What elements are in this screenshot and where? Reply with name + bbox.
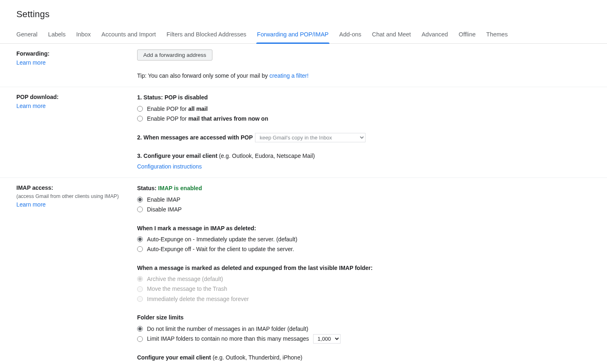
imap-archive-radio-input [137, 276, 143, 282]
imap-expunge-on-label: Auto-Expunge on - Immediately update the… [147, 235, 297, 244]
imap-limit-radio[interactable]: Limit IMAP folders to contain no more th… [137, 334, 591, 344]
pop-configure-label: 3. Configure your email client [137, 153, 219, 159]
imap-trash-radio-input [137, 286, 143, 292]
section-imap: IMAP access: (access Gmail from other cl… [0, 178, 607, 364]
imap-learn-more-link[interactable]: Learn more [16, 201, 46, 208]
imap-enable-radio-input[interactable] [137, 197, 143, 202]
add-forwarding-button[interactable]: Add a forwarding address [137, 49, 212, 61]
pop-when-header: 2. When messages are accessed with POP [137, 133, 253, 142]
imap-configure-eg: (e.g. Outlook, Thunderbird, iPhone) [212, 354, 302, 361]
pop-title: POP download: [16, 93, 129, 102]
pop-enable-all-radio-input[interactable] [137, 106, 143, 112]
imap-enable-radio[interactable]: Enable IMAP [137, 195, 591, 204]
imap-delete-forever-label: Immediately delete the message forever [147, 294, 249, 303]
imap-folder-size-header: Folder size limits [137, 313, 591, 322]
imap-expunge-off-radio[interactable]: Auto-Expunge off - Wait for the client t… [137, 244, 591, 254]
imap-no-limit-radio[interactable]: Do not limit the number of messages in a… [137, 324, 591, 334]
pop-learn-more-link[interactable]: Learn more [16, 103, 46, 109]
pop-action-select[interactable]: keep Gmail's copy in the Inbox [255, 133, 366, 142]
tab-inbox[interactable]: Inbox [76, 27, 90, 43]
imap-no-limit-label: Do not limit the number of messages in a… [147, 324, 308, 333]
imap-status-label: Status: [137, 185, 158, 191]
create-filter-link[interactable]: creating a filter! [269, 72, 309, 79]
tab-labels[interactable]: Labels [48, 27, 66, 43]
pop-config-instructions-link[interactable]: Configuration instructions [137, 163, 202, 170]
imap-expunge-on-radio[interactable]: Auto-Expunge on - Immediately update the… [137, 234, 591, 244]
imap-expunge-off-label: Auto-Expunge off - Wait for the client t… [147, 245, 294, 254]
imap-expunged-action-header: When a message is marked as deleted and … [137, 263, 591, 272]
pop-enable-now-radio-input[interactable] [137, 116, 143, 121]
imap-expunge-off-radio-input[interactable] [137, 246, 143, 252]
pop-enable-now-pre: Enable POP for [147, 115, 188, 122]
imap-disable-radio[interactable]: Disable IMAP [137, 204, 591, 214]
imap-configure-label: Configure your email client [137, 354, 212, 361]
imap-trash-radio: Move the message to the Trash [137, 284, 591, 294]
pop-enable-now-bold: mail that arrives from now on [188, 115, 268, 122]
tab-general[interactable]: General [16, 27, 38, 43]
tab-themes[interactable]: Themes [486, 27, 508, 43]
imap-archive-label: Archive the message (default) [147, 274, 223, 283]
pop-enable-all-radio[interactable]: Enable POP for all mail [137, 104, 591, 114]
imap-title: IMAP access: [16, 184, 129, 193]
pop-configure-eg: (e.g. Outlook, Eudora, Netscape Mail) [219, 153, 315, 159]
tab-forwarding-pop-imap[interactable]: Forwarding and POP/IMAP [257, 27, 329, 43]
tab-addons[interactable]: Add-ons [339, 27, 361, 43]
section-pop: POP download: Learn more 1. Status: POP … [0, 87, 607, 178]
imap-subtitle: (access Gmail from other clients using I… [16, 193, 129, 200]
settings-tabs: General Labels Inbox Accounts and Import… [0, 27, 607, 44]
pop-status-value: POP is disabled [165, 94, 208, 101]
imap-delete-forever-radio: Immediately delete the message forever [137, 294, 591, 304]
tab-filters[interactable]: Filters and Blocked Addresses [167, 27, 246, 43]
pop-status-label: 1. Status: [137, 94, 165, 101]
imap-limit-label: Limit IMAP folders to contain no more th… [147, 334, 309, 343]
tab-accounts[interactable]: Accounts and Import [102, 27, 156, 43]
imap-enable-label: Enable IMAP [147, 195, 181, 204]
imap-trash-label: Move the message to the Trash [147, 284, 227, 293]
imap-archive-radio: Archive the message (default) [137, 274, 591, 284]
imap-delete-forever-radio-input [137, 296, 143, 302]
forwarding-title: Forwarding: [16, 49, 129, 58]
imap-limit-select[interactable]: 1,000 [313, 334, 341, 344]
pop-enable-now-radio[interactable]: Enable POP for mail that arrives from no… [137, 114, 591, 124]
forwarding-learn-more-link[interactable]: Learn more [16, 59, 46, 66]
forwarding-tip-text: Tip: You can also forward only some of y… [137, 72, 269, 79]
tab-advanced[interactable]: Advanced [422, 27, 448, 43]
section-forwarding: Forwarding: Learn more Add a forwarding … [0, 44, 607, 87]
page-title: Settings [0, 0, 607, 27]
imap-delete-header: When I mark a message in IMAP as deleted… [137, 224, 591, 233]
imap-no-limit-radio-input[interactable] [137, 326, 143, 332]
imap-limit-radio-input[interactable] [137, 336, 143, 342]
imap-disable-label: Disable IMAP [147, 205, 182, 214]
imap-disable-radio-input[interactable] [137, 207, 143, 212]
tab-chat-meet[interactable]: Chat and Meet [372, 27, 411, 43]
tab-offline[interactable]: Offline [458, 27, 476, 43]
pop-enable-all-bold: all mail [188, 106, 208, 112]
imap-expunge-on-radio-input[interactable] [137, 236, 143, 242]
imap-status-value: IMAP is enabled [158, 185, 202, 191]
pop-enable-all-pre: Enable POP for [147, 106, 188, 112]
